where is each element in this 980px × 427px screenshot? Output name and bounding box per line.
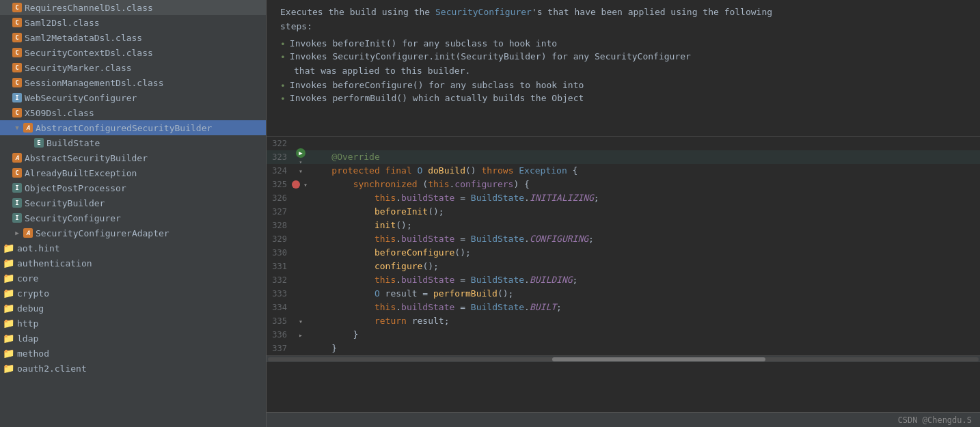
doc-text-line1: Executes the build using the SecurityCon… bbox=[280, 5, 966, 20]
line-number: 327 bbox=[267, 205, 294, 219]
code-line-329: 329 this.buildState = BuildState.CONFIGU… bbox=[267, 232, 980, 246]
fold-icon[interactable]: ▾ bbox=[297, 167, 305, 175]
tree-item-Saml2MetadataDsl[interactable]: C Saml2MetadataDsl.class bbox=[0, 30, 266, 45]
line-number: 326 bbox=[267, 191, 294, 205]
line-gutter[interactable]: ▾ bbox=[294, 314, 308, 328]
fold-icon[interactable]: ▾ bbox=[301, 180, 310, 189]
scrollbar-track[interactable] bbox=[268, 357, 979, 361]
tree-item-label: SecurityMarker.class bbox=[25, 63, 132, 73]
line-gutter[interactable]: ▶ ▾ bbox=[294, 150, 308, 164]
code-line-331: 331 configure(); bbox=[267, 260, 980, 273]
folder-crypto[interactable]: 📁 crypto bbox=[0, 286, 266, 301]
class-icon: C bbox=[12, 168, 22, 178]
doc-intro-rest: 's that have been applied using the foll… bbox=[532, 7, 772, 17]
scrollbar-thumb[interactable] bbox=[552, 357, 765, 361]
tree-item-Saml2Dsl[interactable]: C Saml2Dsl.class bbox=[0, 15, 266, 30]
class-icon: C bbox=[12, 108, 22, 118]
folder-core[interactable]: 📁 core bbox=[0, 271, 266, 286]
doc-bullet-text: Invokes beforeInit() for any subclass to… bbox=[290, 38, 557, 49]
code-line-326: 326 this.buildState = BuildState.INITIAL… bbox=[267, 191, 980, 205]
abstract-class-icon: A bbox=[23, 123, 33, 133]
doc-bullet-text: Invokes SecurityConfigurer.init(Security… bbox=[290, 51, 691, 61]
folder-http[interactable]: 📁 http bbox=[0, 316, 266, 331]
interface-icon: I bbox=[12, 213, 22, 223]
tree-item-AbstractSecurityBuilder[interactable]: A AbstractSecurityBuilder bbox=[0, 150, 266, 165]
tree-item-label: crypto bbox=[17, 288, 49, 299]
folder-debug[interactable]: 📁 debug bbox=[0, 301, 266, 316]
folder-method[interactable]: 📁 method bbox=[0, 346, 266, 361]
line-number: 325 bbox=[267, 178, 294, 191]
enum-icon: E bbox=[34, 138, 44, 148]
horizontal-scrollbar[interactable] bbox=[267, 355, 980, 362]
tree-item-SessionManagementDsl[interactable]: C SessionManagementDsl.class bbox=[0, 75, 266, 90]
folder-icon: 📁 bbox=[3, 333, 14, 344]
tree-item-SecurityContextDsl[interactable]: C SecurityContextDsl.class bbox=[0, 45, 266, 60]
tree-item-BuildState[interactable]: E BuildState bbox=[0, 135, 266, 150]
line-number: 330 bbox=[267, 246, 294, 260]
folder-oauth2-client[interactable]: 📁 oauth2.client bbox=[0, 361, 266, 376]
folder-aot-hint[interactable]: 📁 aot.hint bbox=[0, 240, 266, 256]
class-icon: C bbox=[12, 18, 22, 27]
tree-item-RequiresChannelDsl[interactable]: C RequiresChannelDsl.class bbox=[0, 0, 266, 15]
tree-item-label: SecurityBuilder bbox=[25, 198, 105, 208]
interface-icon: I bbox=[12, 183, 22, 193]
tree-item-label: AlreadyBuiltException bbox=[25, 168, 137, 178]
fold-icon[interactable]: ▾ bbox=[297, 317, 305, 325]
line-number: 333 bbox=[267, 287, 294, 301]
code-line-323: 323 ▶ ▾ @Override bbox=[267, 150, 980, 164]
expand-arrow-icon: ▶ bbox=[12, 228, 22, 238]
file-tree[interactable]: C RequiresChannelDsl.class C Saml2Dsl.cl… bbox=[0, 0, 267, 427]
breakpoint-icon[interactable] bbox=[292, 180, 300, 189]
folder-icon: 📁 bbox=[3, 273, 14, 284]
class-icon: C bbox=[12, 3, 22, 12]
line-content: configure(); bbox=[308, 260, 980, 273]
tree-item-label: Saml2Dsl.class bbox=[25, 18, 100, 28]
tree-item-label: X509Dsl.class bbox=[25, 108, 94, 118]
tree-item-label: SessionManagementDsl.class bbox=[25, 78, 164, 88]
code-line-335: 335 ▾ return result; bbox=[267, 314, 980, 328]
line-number: 332 bbox=[267, 273, 294, 287]
tree-item-AlreadyBuiltException[interactable]: C AlreadyBuiltException bbox=[0, 165, 266, 180]
doc-bullet-4: Invokes performBuild() which actually bu… bbox=[280, 93, 966, 104]
tree-item-AbstractConfiguredSecurityBuilder[interactable]: ▼ A AbstractConfiguredSecurityBuilder bbox=[0, 120, 266, 135]
line-gutter[interactable]: ▸ bbox=[294, 328, 308, 342]
line-gutter[interactable]: ▾ bbox=[294, 178, 308, 191]
fold-end-icon[interactable]: ▸ bbox=[297, 331, 305, 339]
line-gutter[interactable]: ▾ bbox=[294, 164, 308, 178]
tree-item-label: SecurityContextDsl.class bbox=[25, 48, 153, 58]
tree-item-label: aot.hint bbox=[17, 243, 60, 253]
line-content: this.buildState = BuildState.CONFIGURING… bbox=[308, 232, 980, 246]
line-gutter bbox=[294, 246, 308, 260]
tree-item-SecurityMarker[interactable]: C SecurityMarker.class bbox=[0, 60, 266, 75]
tree-item-ObjectPostProcessor[interactable]: I ObjectPostProcessor bbox=[0, 180, 266, 195]
folder-ldap[interactable]: 📁 ldap bbox=[0, 331, 266, 346]
folder-authentication[interactable]: 📁 authentication bbox=[0, 256, 266, 271]
override-indicator-icon[interactable]: ▶ bbox=[296, 148, 305, 158]
doc-bullet-2-cont: that was applied to this builder. bbox=[280, 64, 966, 79]
doc-bullet-text: Invokes performBuild() which actually bu… bbox=[290, 93, 584, 103]
doc-bullet-3: Invokes beforeConfigure() for any subcla… bbox=[280, 80, 966, 91]
tree-item-WebSecurityConfigurer[interactable]: I WebSecurityConfigurer bbox=[0, 90, 266, 105]
line-gutter bbox=[294, 260, 308, 273]
line-content: this.buildState = BuildState.INITIALIZIN… bbox=[308, 191, 980, 205]
line-content: beforeInit(); bbox=[308, 205, 980, 219]
code-line-336: 336 ▸ } bbox=[267, 328, 980, 342]
tree-item-SecurityBuilder[interactable]: I SecurityBuilder bbox=[0, 195, 266, 210]
line-number: 328 bbox=[267, 219, 294, 232]
code-editor[interactable]: 322 323 ▶ ▾ @Override 324 ▾ protected fi… bbox=[267, 137, 980, 412]
code-line-337: 337 } bbox=[267, 342, 980, 355]
tree-item-SecurityConfigurer[interactable]: I SecurityConfigurer bbox=[0, 210, 266, 225]
code-line-334: 334 this.buildState = BuildState.BUILT; bbox=[267, 301, 980, 314]
tree-item-SecurityConfigurerAdapter[interactable]: ▶ A SecurityConfigurerAdapter bbox=[0, 225, 266, 240]
tree-item-label: SecurityConfigurerAdapter bbox=[36, 228, 169, 238]
line-content: beforeConfigure(); bbox=[308, 246, 980, 260]
line-gutter bbox=[294, 273, 308, 287]
tree-item-label: BuildState bbox=[46, 138, 100, 148]
line-number: 334 bbox=[267, 301, 294, 314]
tree-item-X509Dsl[interactable]: C X509Dsl.class bbox=[0, 105, 266, 120]
expand-arrow-icon: ▼ bbox=[12, 123, 22, 133]
folder-icon: 📁 bbox=[3, 258, 14, 268]
code-line-330: 330 beforeConfigure(); bbox=[267, 246, 980, 260]
tree-item-label: oauth2.client bbox=[17, 363, 87, 374]
doc-bullet-1: Invokes beforeInit() for any subclass to… bbox=[280, 38, 966, 49]
